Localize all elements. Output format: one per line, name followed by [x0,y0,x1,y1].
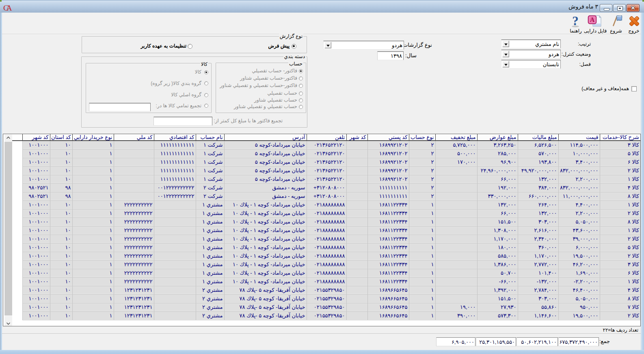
svg-text:?: ? [572,14,579,28]
svg-text:A: A [590,16,595,23]
